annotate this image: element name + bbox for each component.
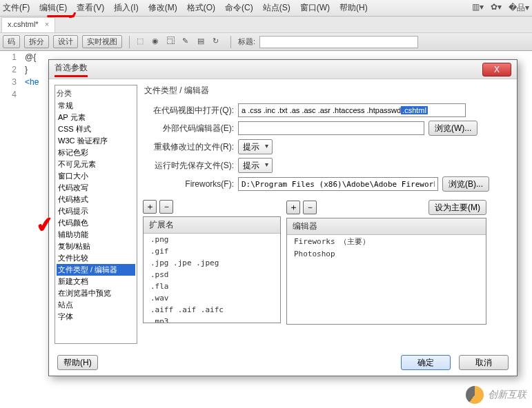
watermark-text: 创新互联 <box>488 389 526 401</box>
set-primary-button[interactable]: 设为主要(M) <box>428 200 486 215</box>
list-item[interactable]: .jpg .jpe .jpeg <box>144 257 280 269</box>
category-item[interactable]: CSS 样式 <box>57 123 135 135</box>
close-icon[interactable]: × <box>45 20 49 28</box>
category-item[interactable]: 代码提示 <box>57 205 135 217</box>
category-item[interactable]: 站点 <box>57 299 135 311</box>
extensions-listbox[interactable]: 扩展名 .png .gif .jpg .jpe .jpeg .psd .fla … <box>143 216 281 323</box>
list-item[interactable]: Photoshop <box>287 248 486 260</box>
view-live-button[interactable]: 实时视图 <box>82 35 122 48</box>
save-dropdown[interactable]: 提示 <box>238 158 273 173</box>
external-editor-input[interactable] <box>238 121 424 135</box>
save-label: 运行时先保存文件(S): <box>143 160 234 172</box>
settings-panel: 文件类型 / 编辑器 在代码视图中打开(Q): a .css .inc .txt… <box>143 79 517 349</box>
category-item[interactable]: 代码颜色 <box>57 217 135 229</box>
dialog-titlebar[interactable]: 首选参数 X <box>49 60 517 79</box>
watermark: 创新互联 <box>466 386 526 404</box>
menu-modify[interactable]: 修改(M) <box>148 2 177 14</box>
category-item[interactable]: W3C 验证程序 <box>57 135 135 147</box>
list-item[interactable]: .wav <box>144 292 280 304</box>
category-item[interactable]: 新建文档 <box>57 276 135 287</box>
annotation-checkmark: ✔ <box>35 211 55 237</box>
menu-help[interactable]: 帮助(H) <box>339 2 368 14</box>
separator <box>230 36 231 48</box>
fireworks-path-input[interactable] <box>238 177 438 191</box>
code-editor[interactable]: @{ } <he <box>25 51 39 88</box>
category-item[interactable]: 常规 <box>57 100 135 112</box>
menu-edit[interactable]: 编辑(E) <box>39 2 67 14</box>
category-item[interactable]: 复制/粘贴 <box>57 241 135 252</box>
category-item[interactable]: 标记色彩 <box>57 147 135 159</box>
editors-column: ＋ － 设为主要(M) 编辑器 Fireworks （主要） Photoshop <box>286 200 486 325</box>
reload-label: 重载修改过的文件(R): <box>143 141 234 153</box>
line-number: 4 <box>0 88 17 101</box>
code-line: @{ <box>25 51 39 63</box>
category-item[interactable]: 文件比较 <box>57 252 135 264</box>
reload-dropdown[interactable]: 提示 <box>238 139 273 154</box>
separator <box>129 36 130 48</box>
menu-window[interactable]: 窗口(W) <box>300 2 330 14</box>
category-item[interactable]: 字体 <box>57 311 135 323</box>
dialog-footer: 帮助(H) 确定 取消 <box>49 349 517 376</box>
menu-file[interactable]: 文件(F) <box>3 2 30 14</box>
category-item[interactable]: 在浏览器中预览 <box>57 287 135 299</box>
line-number: 1 <box>0 51 17 63</box>
browse-button-2[interactable]: 浏览(B)... <box>442 176 489 192</box>
browse-button-1[interactable]: 浏览(W)... <box>428 121 477 136</box>
grid-icon[interactable]: �品▾ <box>509 2 529 14</box>
tool-icon-6[interactable]: ↻ <box>213 37 224 48</box>
view-design-button[interactable]: 设计 <box>53 35 78 48</box>
category-header: 分类 <box>57 88 135 99</box>
category-item-selected[interactable]: 文件类型 / 编辑器 <box>57 264 135 276</box>
menu-view[interactable]: 查看(V) <box>77 2 104 14</box>
category-item[interactable]: AP 元素 <box>57 112 135 123</box>
section-title: 文件类型 / 编辑器 <box>144 85 509 96</box>
category-item[interactable]: 不可见元素 <box>57 159 135 170</box>
list-item[interactable]: .gif <box>144 245 280 257</box>
list-item[interactable]: .psd <box>144 269 280 280</box>
category-item[interactable]: 代码格式 <box>57 194 135 205</box>
list-item[interactable]: Fireworks （主要） <box>287 235 486 248</box>
menu-insert[interactable]: 插入(I) <box>114 2 138 14</box>
remove-editor-button[interactable]: － <box>303 201 317 214</box>
open-in-code-label: 在代码视图中打开(Q): <box>143 105 234 116</box>
dialog-title: 首选参数 <box>55 62 88 77</box>
view-split-button[interactable]: 拆分 <box>24 35 49 48</box>
ok-button[interactable]: 确定 <box>401 355 451 370</box>
list-item[interactable]: .aiff .aif .aifc <box>144 304 280 316</box>
line-number: 2 <box>0 63 17 76</box>
tool-icon-3[interactable]: ⿹ <box>167 37 178 48</box>
help-button[interactable]: 帮助(H) <box>57 355 98 370</box>
remove-extension-button[interactable]: － <box>159 200 173 214</box>
title-input[interactable] <box>259 36 418 48</box>
document-tab[interactable]: x.cshtml* × <box>1 17 55 32</box>
list-item[interactable]: .png <box>144 234 280 245</box>
cancel-button[interactable]: 取消 <box>459 355 509 370</box>
code-line: <he <box>25 76 39 88</box>
add-extension-button[interactable]: ＋ <box>143 200 157 214</box>
add-editor-button[interactable]: ＋ <box>286 201 300 214</box>
gear-icon[interactable]: ✿▾ <box>491 2 502 14</box>
line-number: 3 <box>0 76 17 88</box>
menu-site[interactable]: 站点(S) <box>263 2 290 14</box>
code-gutter: 1 2 3 4 <box>0 51 21 101</box>
preferences-dialog: 首选参数 X 分类 常规 AP 元素 CSS 样式 W3C 验证程序 标记色彩 … <box>48 59 518 376</box>
menu-command[interactable]: 命令(C) <box>225 2 253 14</box>
open-in-code-input[interactable]: a .css .inc .txt .as .asc .asr .htaccess… <box>238 103 466 117</box>
tool-icon-2[interactable]: ◉ <box>152 37 163 48</box>
category-item[interactable]: 代码改写 <box>57 182 135 194</box>
menu-format[interactable]: 格式(O) <box>187 2 215 14</box>
category-item[interactable]: 窗口大小 <box>57 170 135 182</box>
layout-icon[interactable]: ▥▾ <box>472 2 484 14</box>
extensions-header: 扩展名 <box>144 217 280 234</box>
document-tabbar: x.cshtml* × <box>0 17 532 33</box>
list-item[interactable]: .mp3 <box>144 316 280 323</box>
view-code-button[interactable]: 码 <box>3 35 20 48</box>
tool-icon-1[interactable]: ⬚ <box>137 37 148 48</box>
tool-icon-5[interactable]: ▤ <box>197 37 208 48</box>
tool-icon-4[interactable]: ✎ <box>182 37 193 48</box>
extensions-column: ＋ － 扩展名 .png .gif .jpg .jpe .jpeg .psd .… <box>143 200 281 325</box>
editors-listbox[interactable]: 编辑器 Fireworks （主要） Photoshop <box>286 218 486 325</box>
list-item[interactable]: .fla <box>144 280 280 292</box>
category-item[interactable]: 辅助功能 <box>57 229 135 241</box>
close-button[interactable]: X <box>482 63 511 76</box>
